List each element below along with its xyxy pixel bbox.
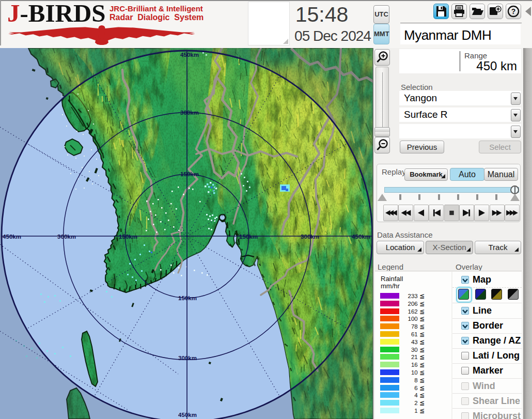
- svg-text:?: ?: [511, 7, 516, 15]
